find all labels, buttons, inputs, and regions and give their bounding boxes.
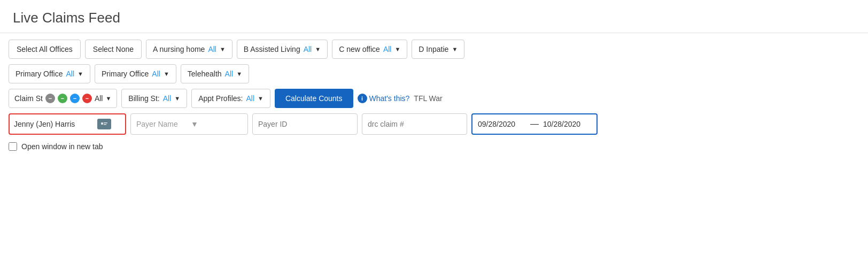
telehealth-dropdown[interactable]: Telehealth All ▼ bbox=[181, 64, 249, 83]
date-start-input[interactable] bbox=[478, 120, 526, 128]
assisted-living-arrow-icon: ▼ bbox=[315, 46, 321, 52]
new-office-dropdown[interactable]: C new office All ▼ bbox=[332, 40, 407, 59]
nursing-home-dropdown[interactable]: A nursing home All ▼ bbox=[146, 40, 232, 59]
appt-profiles-filter: All bbox=[246, 94, 254, 103]
status-dot-green: − bbox=[58, 94, 67, 103]
inpatient-dropdown[interactable]: D Inpatie ▼ bbox=[412, 40, 464, 59]
select-all-offices-button[interactable]: Select All Offices bbox=[9, 40, 81, 59]
status-dot-gray: − bbox=[45, 94, 55, 103]
telehealth-filter: All bbox=[225, 70, 234, 78]
payer-name-arrow-icon: ▼ bbox=[191, 120, 242, 128]
date-separator: — bbox=[530, 119, 539, 129]
assisted-living-label: B Assisted Living bbox=[244, 45, 300, 53]
assisted-living-filter: All bbox=[304, 45, 312, 53]
assisted-living-dropdown[interactable]: B Assisted Living All ▼ bbox=[237, 40, 328, 59]
page-container: Live Claims Feed Select All Offices Sele… bbox=[0, 0, 868, 277]
payer-name-placeholder: Payer Name bbox=[136, 120, 188, 128]
calculate-counts-button[interactable]: Calculate Counts bbox=[275, 89, 353, 108]
date-end-input[interactable] bbox=[543, 120, 591, 128]
status-dot-red: − bbox=[82, 94, 92, 103]
billing-st-label: Billing St: bbox=[128, 94, 159, 103]
primary-office-1-arrow-icon: ▼ bbox=[78, 71, 83, 77]
primary-office-1-filter: All bbox=[66, 70, 74, 78]
whats-this-label: What's this? bbox=[369, 94, 410, 103]
date-range-box: — bbox=[471, 113, 598, 135]
new-office-filter: All bbox=[383, 45, 392, 53]
office-row: Select All Offices Select None A nursing… bbox=[9, 40, 859, 59]
office-sub-row: Primary Office All ▼ Primary Office All … bbox=[9, 64, 859, 83]
nursing-home-label: A nursing home bbox=[153, 45, 205, 53]
open-window-row: Open window in new tab bbox=[9, 140, 859, 153]
claim-status-row: Claim St − − − − All ▼ Billing St: All ▼… bbox=[9, 89, 859, 108]
inpatient-label: D Inpatie bbox=[418, 45, 448, 53]
select-none-button[interactable]: Select None bbox=[85, 40, 142, 59]
nursing-home-arrow-icon: ▼ bbox=[220, 46, 226, 52]
payer-id-input[interactable] bbox=[252, 113, 358, 135]
page-title: Live Claims Feed bbox=[13, 10, 855, 26]
info-icon: i bbox=[358, 94, 367, 103]
payer-name-dropdown[interactable]: Payer Name ▼ bbox=[130, 113, 248, 135]
patient-name-field[interactable] bbox=[9, 113, 126, 135]
whats-this-link[interactable]: i What's this? bbox=[358, 94, 410, 103]
primary-office-1-label: Primary Office bbox=[15, 70, 63, 78]
primary-office-2-filter: All bbox=[152, 70, 160, 78]
appt-profiles-arrow-icon: ▼ bbox=[258, 95, 264, 102]
search-row: Payer Name ▼ — bbox=[9, 113, 859, 135]
patient-name-input[interactable] bbox=[14, 120, 94, 128]
open-window-label: Open window in new tab bbox=[21, 142, 103, 151]
patient-card-icon bbox=[97, 119, 111, 129]
appt-profiles-dropdown[interactable]: Appt Profiles: All ▼ bbox=[191, 89, 270, 108]
telehealth-arrow-icon: ▼ bbox=[236, 71, 242, 77]
primary-office-2-dropdown[interactable]: Primary Office All ▼ bbox=[95, 64, 176, 83]
claim-st-arrow-icon: ▼ bbox=[105, 95, 111, 102]
new-office-arrow-icon: ▼ bbox=[394, 46, 400, 52]
drc-claim-input[interactable] bbox=[362, 113, 467, 135]
claim-st-filter: All bbox=[95, 94, 103, 103]
claim-st-label: Claim St bbox=[14, 94, 43, 103]
appt-profiles-label: Appt Profiles: bbox=[198, 94, 243, 103]
billing-st-arrow-icon: ▼ bbox=[174, 95, 180, 102]
primary-office-1-dropdown[interactable]: Primary Office All ▼ bbox=[9, 64, 90, 83]
svg-rect-1 bbox=[101, 122, 103, 125]
claim-status-dropdown[interactable]: Claim St − − − − All ▼ bbox=[9, 89, 117, 108]
telehealth-label: Telehealth bbox=[188, 70, 222, 78]
primary-office-2-label: Primary Office bbox=[102, 70, 149, 78]
billing-st-filter: All bbox=[163, 94, 172, 103]
tfl-war-label: TFL War bbox=[414, 94, 442, 103]
title-bar: Live Claims Feed bbox=[0, 0, 868, 33]
svg-rect-3 bbox=[104, 124, 106, 125]
controls-area: Select All Offices Select None A nursing… bbox=[0, 33, 868, 159]
status-dot-blue: − bbox=[70, 94, 80, 103]
svg-rect-2 bbox=[104, 122, 107, 124]
primary-office-2-arrow-icon: ▼ bbox=[164, 71, 169, 77]
nursing-home-filter: All bbox=[208, 45, 216, 53]
open-window-checkbox[interactable] bbox=[9, 142, 17, 151]
inpatient-arrow-icon: ▼ bbox=[452, 46, 458, 52]
new-office-label: C new office bbox=[339, 45, 380, 53]
billing-st-dropdown[interactable]: Billing St: All ▼ bbox=[121, 89, 187, 108]
